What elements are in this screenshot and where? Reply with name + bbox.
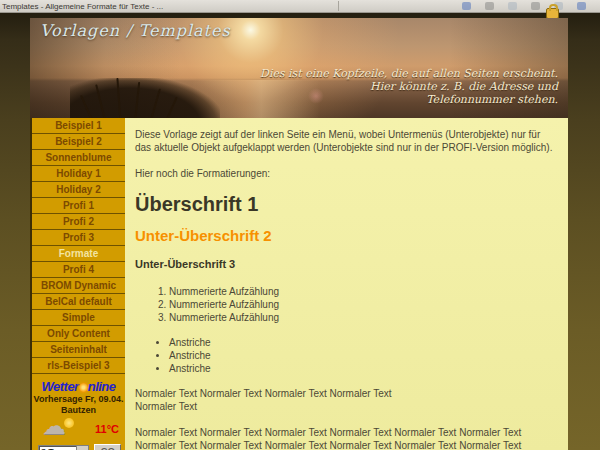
sidebar-item-only-content[interactable]: Only Content (32, 326, 125, 342)
bullet-list-item: Anstriche (169, 336, 558, 349)
weather-widget: Wetternline Vorhersage Fr, 09.04. Bautze… (32, 379, 125, 450)
template-page: Vorlagen / Templates Dies ist eine Kopfz… (30, 18, 568, 450)
normal-text-line: Normaler Text (135, 401, 197, 412)
logo-text-suffix: nline (88, 379, 116, 394)
sidebar-item-seiteninhalt[interactable]: Seiteninhalt (32, 342, 125, 358)
heading-3: Unter-Überschrift 3 (135, 258, 558, 271)
header-banner-image: Vorlagen / Templates Dies ist eine Kopfz… (30, 18, 568, 118)
temperature-value: 11°C (95, 423, 119, 435)
normal-text-line: Normaler Text Normaler Text Normaler Tex… (135, 388, 392, 399)
sidebar-item-holiday-1[interactable]: Holiday 1 (32, 166, 125, 182)
sidebar-menu: Beispiel 1 Beispiel 2 Sonnenblume Holida… (30, 118, 125, 450)
partly-cloudy-icon: ☁ (42, 418, 76, 440)
sidebar-item-profi-2[interactable]: Profi 2 (32, 214, 125, 230)
header-tagline: Dies ist eine Kopfzeile, die auf allen S… (260, 67, 558, 106)
tagline-line: Hier könnte z. B. die Adresse und (260, 80, 558, 93)
site-title: Vorlagen / Templates (40, 21, 231, 40)
bullet-list: Anstriche Anstriche Anstriche (135, 336, 558, 375)
sidebar-item-simple[interactable]: Simple (32, 310, 125, 326)
numbered-list-item: Nummerierte Aufzählung (169, 311, 558, 324)
dune-grass-silhouette (70, 78, 220, 118)
bullet-list-item: Anstriche (169, 349, 558, 362)
help-icon[interactable] (577, 2, 586, 10)
heading-2: Unter-Überschrift 2 (135, 229, 558, 242)
sidebar-item-profi-3[interactable]: Profi 3 (32, 230, 125, 246)
numbered-list-item: Nummerierte Aufzählung (169, 285, 558, 298)
bookmark-icon[interactable] (462, 2, 471, 10)
go-button[interactable]: GO (94, 444, 121, 450)
sidebar-item-holiday-2[interactable]: Holiday 2 (32, 182, 125, 198)
sidebar-item-profi-4[interactable]: Profi 4 (32, 262, 125, 278)
intro-paragraph-2: Hier noch die Formatierungen: (135, 167, 558, 180)
numbered-list: Nummerierte Aufzählung Nummerierte Aufzä… (135, 285, 558, 324)
sidebar-item-formate-active[interactable]: Formate (32, 246, 125, 262)
forecast-range-value: 3 Tage (39, 446, 76, 450)
print-icon[interactable] (485, 2, 494, 10)
cloud-icon: ☁ (42, 412, 66, 440)
chevron-down-icon[interactable]: ▼ (76, 446, 88, 450)
sun-icon (79, 383, 88, 392)
sidebar-item-profi-1[interactable]: Profi 1 (32, 198, 125, 214)
sidebar-item-sonnenblume[interactable]: Sonnenblume (32, 150, 125, 166)
restore-icon[interactable] (531, 2, 540, 10)
minimize-icon[interactable] (508, 2, 517, 10)
heading-1: Überschrift 1 (135, 193, 558, 215)
logo-text-prefix: Wetter (41, 379, 78, 394)
browser-tab-title[interactable]: Templates - Allgemeine Formate für Texte… (0, 2, 332, 11)
sidebar-item-brom-dynamic[interactable]: BROM Dynamic (32, 278, 125, 294)
main-content: Diese Vorlage zeigt auf der linken Seite… (125, 118, 568, 450)
sidebar-item-beispiel-1[interactable]: Beispiel 1 (32, 118, 125, 134)
forecast-label: Vorhersage Fr, 09.04. (32, 394, 125, 405)
normal-text-paragraph: Normaler Text Normaler Text Normaler Tex… (135, 387, 558, 413)
toolbar-divider (338, 1, 339, 11)
wetteronline-logo[interactable]: Wetternline (32, 379, 125, 394)
browser-chrome-strip: Templates - Allgemeine Formate für Texte… (0, 0, 600, 13)
tagline-line: Dies ist eine Kopfzeile, die auf allen S… (260, 67, 558, 80)
normal-text-block: Normaler Text Normaler Text Normaler Tex… (135, 426, 558, 450)
forecast-range-select[interactable]: 3 Tage ▼ (38, 445, 89, 450)
sidebar-item-rls-beispiel-3[interactable]: rls-Beispiel 3 (32, 358, 125, 374)
numbered-list-item: Nummerierte Aufzählung (169, 298, 558, 311)
sidebar-item-beispiel-2[interactable]: Beispiel 2 (32, 134, 125, 150)
bullet-list-item: Anstriche (169, 362, 558, 375)
tagline-line: Telefonnummer stehen. (260, 93, 558, 106)
intro-paragraph: Diese Vorlage zeigt auf der linken Seite… (135, 128, 558, 154)
sidebar-item-belcal-default[interactable]: BelCal default (32, 294, 125, 310)
